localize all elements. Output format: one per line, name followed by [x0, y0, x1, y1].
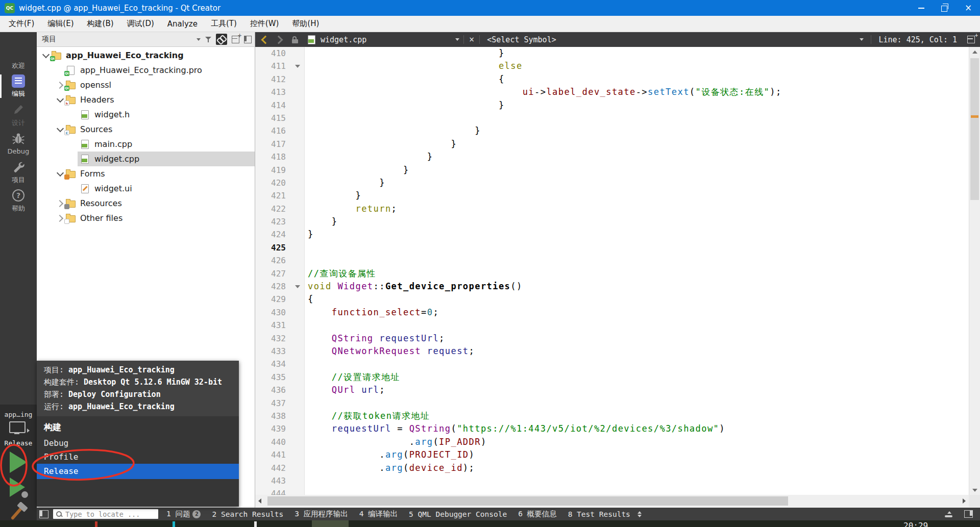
code-line[interactable]: 442 .arg(device_id); [255, 462, 969, 474]
tree-item-Headers[interactable]: hHeaders [37, 92, 255, 107]
tree-item-Resources[interactable]: Resources [37, 196, 255, 211]
fold-indicator-icon[interactable] [291, 280, 304, 293]
tree-item-app_Huawei_Eco_tracking[interactable]: Qtapp_Huawei_Eco_tracking [37, 48, 255, 63]
tree-item-Forms[interactable]: Forms [37, 166, 255, 181]
tree-item-Other files[interactable]: Other files [37, 211, 255, 225]
horizontal-scrollbar[interactable] [255, 495, 969, 507]
hide-sidebar-icon[interactable] [244, 36, 252, 43]
code-text[interactable]: } [308, 228, 314, 241]
code-text[interactable]: { [308, 73, 505, 86]
code-line[interactable]: 410 } [255, 47, 969, 60]
locator-box[interactable] [53, 509, 158, 519]
chevron-down-icon[interactable] [860, 38, 864, 41]
code-line[interactable]: 438 //获取token请求地址 [255, 410, 969, 422]
line-number[interactable]: 415 [255, 112, 291, 124]
kit-selector-button[interactable] [8, 421, 29, 436]
code-text[interactable]: return; [308, 203, 397, 215]
menu-item-调试(D)[interactable]: 调试(D) [120, 16, 161, 32]
code-text[interactable]: else [308, 60, 523, 72]
toggle-right-sidebar-icon[interactable] [964, 510, 973, 518]
line-number[interactable]: 410 [255, 47, 291, 60]
code-text[interactable]: } [308, 189, 361, 202]
code-line[interactable]: 419 } [255, 164, 969, 177]
code-line[interactable]: 433 QNetworkRequest request; [255, 345, 969, 358]
code-line[interactable]: 426 [255, 254, 969, 267]
chevron-right-icon[interactable] [55, 83, 65, 88]
line-number[interactable]: 424 [255, 228, 291, 241]
scroll-up-icon[interactable] [972, 51, 977, 54]
code-line[interactable]: 416 } [255, 124, 969, 137]
code-text[interactable]: QString requestUrl; [308, 332, 445, 345]
menu-item-debug[interactable]: Debug [37, 436, 239, 450]
line-number[interactable]: 437 [255, 397, 291, 410]
line-number[interactable]: 429 [255, 293, 291, 306]
tree-item-widget.h[interactable]: widget.h [37, 107, 255, 122]
nav-forward-icon[interactable] [275, 35, 283, 44]
line-number[interactable]: 411 [255, 60, 291, 72]
panel-combo-arrow-icon[interactable] [197, 38, 201, 41]
tree-item-widget.ui[interactable]: widget.ui [37, 181, 255, 196]
code-text[interactable]: function_select=0; [308, 306, 439, 319]
menu-item-编辑(E)[interactable]: 编辑(E) [41, 16, 80, 32]
line-number[interactable]: 432 [255, 332, 291, 345]
line-number[interactable]: 413 [255, 86, 291, 98]
build-progress-icon[interactable] [945, 511, 953, 517]
code-line[interactable]: 431 [255, 319, 969, 332]
code-line[interactable]: 422 return; [255, 203, 969, 215]
line-number[interactable]: 430 [255, 306, 291, 319]
code-line[interactable]: 432 QString requestUrl; [255, 332, 969, 345]
code-line[interactable]: 443 [255, 474, 969, 487]
scroll-right-icon[interactable] [963, 498, 966, 504]
code-line[interactable]: 428void Widget::Get_device_properties() [255, 280, 969, 293]
code-line[interactable]: 425 [255, 241, 969, 254]
locator-input[interactable] [64, 510, 153, 519]
output-pane-sort-icon[interactable] [638, 511, 642, 517]
close-document-icon[interactable]: × [468, 35, 475, 44]
mode-debug[interactable]: Debug [0, 129, 37, 158]
tree-item-main.cpp[interactable]: main.cpp [37, 137, 255, 152]
close-button[interactable]: × [957, 0, 980, 16]
chevron-right-icon[interactable] [55, 201, 65, 206]
line-number[interactable]: 419 [255, 164, 291, 177]
line-number[interactable]: 412 [255, 73, 291, 86]
code-text[interactable]: //查询设备属性 [308, 267, 376, 280]
mode-design[interactable]: 设计 [0, 101, 37, 129]
line-number[interactable]: 428 [255, 280, 291, 293]
code-text[interactable]: } [308, 47, 505, 60]
split-panel-icon[interactable] [232, 36, 239, 43]
vertical-scrollbar[interactable] [969, 47, 980, 495]
tree-item-Sources[interactable]: CSources [37, 122, 255, 137]
code-line[interactable]: 417 } [255, 138, 969, 150]
run-button[interactable] [10, 451, 27, 473]
code-line[interactable]: 440 .arg(IP_ADDR) [255, 436, 969, 448]
menu-item-文件(F)[interactable]: 文件(F) [2, 16, 41, 32]
mode-help[interactable]: ?帮助 [0, 186, 37, 215]
horizontal-scroll-thumb[interactable] [267, 496, 788, 506]
menu-item-控件(W)[interactable]: 控件(W) [243, 16, 286, 32]
code-text[interactable]: requestUrl = QString("https://%1:443/v5/… [308, 422, 725, 435]
chevron-down-icon[interactable] [55, 98, 65, 102]
code-viewport[interactable]: 410 }411 else412 {413 ui->label_dev_stat… [255, 47, 969, 495]
minimize-button[interactable] [910, 0, 933, 16]
line-number[interactable]: 440 [255, 436, 291, 448]
code-text[interactable]: } [308, 177, 385, 189]
tree-item-widget.cpp[interactable]: widget.cpp [37, 152, 255, 166]
fold-indicator-icon[interactable] [291, 60, 304, 72]
line-number[interactable]: 425 [255, 241, 291, 254]
line-number[interactable]: 417 [255, 138, 291, 150]
code-text[interactable]: } [308, 138, 457, 150]
maximize-button[interactable] [933, 0, 957, 16]
menu-item-release[interactable]: Release [37, 464, 239, 479]
code-text[interactable]: } [308, 215, 337, 228]
menu-item-帮助(H)[interactable]: 帮助(H) [285, 16, 326, 32]
code-line[interactable]: 437 [255, 397, 969, 410]
mode-projects[interactable]: 项目 [0, 158, 37, 186]
vertical-scroll-thumb[interactable] [970, 58, 979, 200]
code-text[interactable]: .arg(device_id); [308, 462, 475, 474]
line-number[interactable]: 441 [255, 448, 291, 461]
chevron-down-icon[interactable] [55, 172, 65, 175]
code-text[interactable]: //获取token请求地址 [308, 410, 430, 422]
line-number[interactable]: 439 [255, 422, 291, 435]
code-text[interactable]: } [308, 150, 433, 163]
menu-item-工具(T)[interactable]: 工具(T) [204, 16, 243, 32]
